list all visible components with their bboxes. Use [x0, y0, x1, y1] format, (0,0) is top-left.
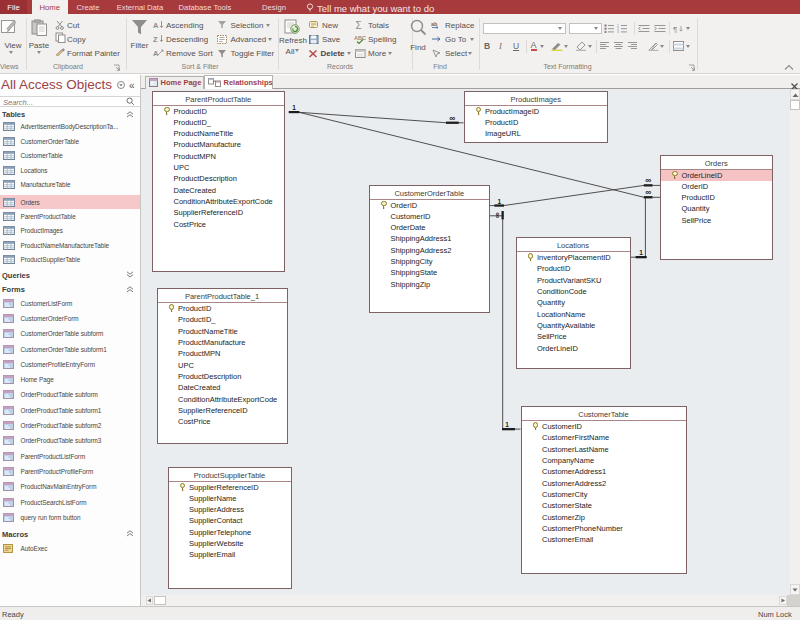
svg-text:∞: ∞ [645, 175, 651, 185]
svg-text:1: 1 [505, 421, 509, 428]
svg-text:∞: ∞ [492, 212, 502, 218]
svg-text:∞: ∞ [449, 113, 455, 123]
svg-text:1: 1 [497, 198, 501, 205]
svg-text:1: 1 [292, 104, 296, 111]
svg-text:1: 1 [639, 249, 643, 256]
svg-text:∞: ∞ [645, 187, 651, 197]
